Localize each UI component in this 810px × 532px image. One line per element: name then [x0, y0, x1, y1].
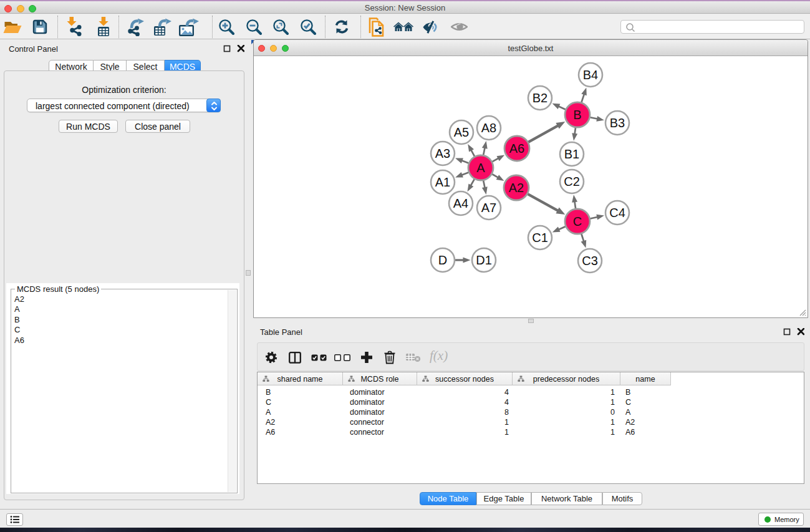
svg-text:D1: D1: [476, 253, 492, 267]
svg-text:B2: B2: [533, 91, 547, 105]
svg-text:D: D: [438, 253, 447, 267]
svg-text:C4: C4: [609, 206, 625, 220]
svg-text:C2: C2: [564, 175, 580, 188]
svg-text:A5: A5: [454, 125, 469, 139]
svg-text:A1: A1: [435, 175, 450, 189]
svg-text:C3: C3: [582, 254, 598, 268]
svg-text:A: A: [476, 161, 485, 175]
svg-text:C: C: [573, 215, 582, 228]
svg-text:A3: A3: [435, 147, 450, 160]
svg-text:C1: C1: [532, 231, 548, 244]
svg-text:A2: A2: [509, 181, 524, 195]
svg-text:B3: B3: [610, 116, 625, 130]
svg-text:B4: B4: [583, 68, 598, 82]
svg-text:A7: A7: [481, 201, 496, 215]
svg-text:A8: A8: [481, 121, 496, 135]
svg-text:A4: A4: [453, 196, 468, 210]
svg-text:B: B: [573, 108, 581, 122]
svg-text:A6: A6: [509, 142, 524, 155]
svg-text:B1: B1: [564, 147, 579, 161]
